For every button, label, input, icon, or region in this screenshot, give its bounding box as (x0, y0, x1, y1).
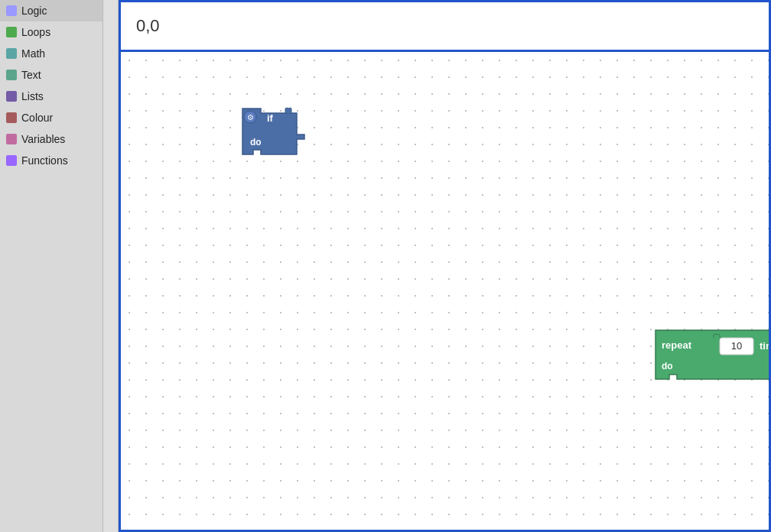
sidebar-color-functions (6, 155, 17, 166)
sidebar-item-variables[interactable]: Variables (0, 128, 102, 150)
sidebar-color-logic (6, 5, 17, 16)
sidebar-label-logic: Logic (21, 5, 47, 17)
svg-text:do: do (662, 361, 673, 371)
svg-text:⚙: ⚙ (247, 113, 254, 122)
sidebar-item-loops[interactable]: Loops (0, 21, 102, 43)
sidebar-item-functions[interactable]: Functions (0, 150, 102, 171)
repeat-block[interactable]: repeat 10 times do (652, 327, 771, 382)
sidebar-color-loops (6, 27, 17, 37)
sidebar-label-text: Text (21, 69, 41, 81)
coordinates-bar: 0,0 (119, 0, 771, 52)
canvas-area[interactable]: ⚙ if do repeat 10 times (119, 52, 771, 532)
sidebar-color-variables (6, 134, 17, 144)
toolbox-strip (103, 0, 119, 532)
sidebar-item-colour[interactable]: Colour (0, 107, 102, 128)
if-block[interactable]: ⚙ if do (239, 105, 312, 157)
sidebar-label-lists: Lists (21, 90, 44, 102)
sidebar-label-loops: Loops (21, 26, 50, 38)
sidebar-color-text (6, 70, 17, 80)
main-area: 0,0 ⚙ if do (119, 0, 771, 532)
sidebar-label-math: Math (21, 47, 45, 60)
sidebar-label-functions: Functions (21, 154, 68, 167)
sidebar-item-lists[interactable]: Lists (0, 86, 102, 107)
sidebar-item-text[interactable]: Text (0, 64, 102, 86)
svg-text:times: times (760, 340, 771, 352)
svg-text:if: if (267, 112, 274, 124)
sidebar-color-math (6, 48, 17, 59)
sidebar-label-variables: Variables (21, 133, 65, 145)
sidebar: LogicLoopsMathTextListsColourVariablesFu… (0, 0, 103, 532)
sidebar-color-colour (6, 112, 17, 123)
sidebar-item-logic[interactable]: Logic (0, 0, 102, 21)
svg-text:do: do (250, 137, 262, 148)
sidebar-item-math[interactable]: Math (0, 43, 102, 64)
svg-text:repeat: repeat (662, 339, 692, 351)
svg-text:10: 10 (731, 340, 742, 352)
coordinates-display: 0,0 (136, 16, 160, 36)
sidebar-color-lists (6, 91, 17, 102)
sidebar-label-colour: Colour (21, 112, 53, 124)
